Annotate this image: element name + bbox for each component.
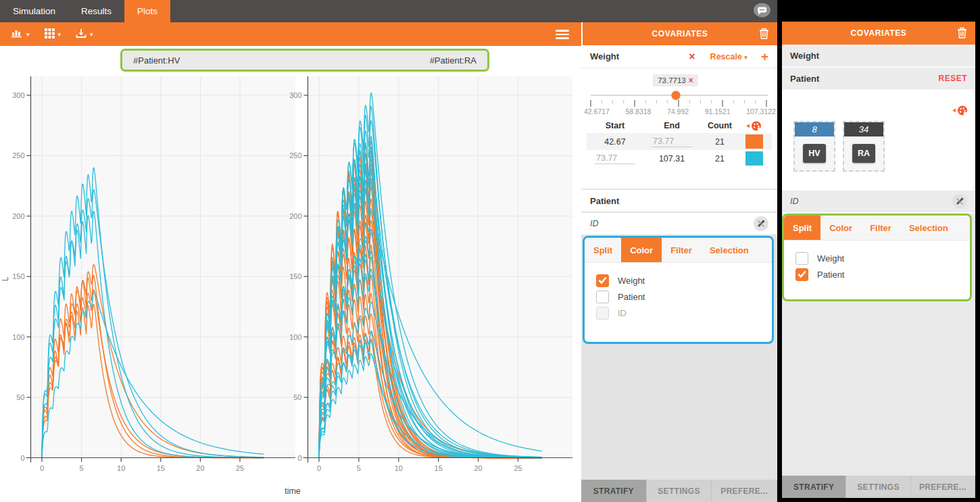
chevron-down-icon: ▾ xyxy=(90,31,93,38)
layout-grid-menu[interactable]: ▾ xyxy=(42,26,64,43)
chevron-down-icon: ▾ xyxy=(744,54,748,61)
end-input[interactable]: 73.77 xyxy=(652,136,692,147)
bottom-tab-prefere[interactable]: PREFERE... xyxy=(911,476,975,498)
bottom-tab-prefere[interactable]: PREFERE... xyxy=(712,480,777,502)
subplot[interactable]: 0510152025050100150200250300 xyxy=(289,76,572,472)
bottom-tab-settings[interactable]: SETTINGS xyxy=(647,480,712,502)
bottom-tab-stratify[interactable]: STRATIFY xyxy=(581,480,647,502)
tab-results[interactable]: Results xyxy=(68,0,124,22)
id-section-header[interactable]: ID xyxy=(782,191,975,214)
y-tick-label: 250 xyxy=(12,151,24,159)
panel-background xyxy=(581,344,777,480)
y-tick-label: 200 xyxy=(12,212,24,220)
id-section-header[interactable]: ID xyxy=(581,211,777,234)
stratify-tab-color[interactable]: Color xyxy=(820,216,861,240)
y-tick-label: 200 xyxy=(289,212,301,220)
end-cell[interactable]: 73.77 xyxy=(643,136,700,147)
start-cell[interactable]: 73.77 xyxy=(587,153,643,164)
x-tick-label: 15 xyxy=(435,464,443,472)
plot-type-menu[interactable]: ▾ xyxy=(8,26,32,43)
y-tick-label: 250 xyxy=(289,151,301,159)
rescale-dropdown[interactable]: Rescale ▾ xyxy=(710,52,748,61)
id-picker-disabled-icon[interactable] xyxy=(754,216,768,231)
table-row: 73.77107.3121 xyxy=(587,150,772,167)
slider-tick-label: 91.1521 xyxy=(705,107,731,116)
group-count-header[interactable]: 8 xyxy=(795,122,834,136)
checkbox-row-patient: Patient xyxy=(795,266,970,282)
plot-title-right: #Patient:RA xyxy=(430,55,476,66)
patient-section-header[interactable]: Patient xyxy=(581,189,777,211)
y-tick-label: 300 xyxy=(12,91,24,99)
add-group-button[interactable]: + xyxy=(761,49,768,64)
count-cell: 21 xyxy=(700,137,739,147)
bottom-tab-settings[interactable]: SETTINGS xyxy=(846,476,910,498)
col-end: End xyxy=(643,121,700,130)
stratify-tab-filter[interactable]: Filter xyxy=(861,216,900,240)
slider-ruler xyxy=(589,99,768,107)
id-checkbox[interactable] xyxy=(596,307,609,320)
covariates-panel: COVARIATES Weight × Rescale ▾ + 73.7713×… xyxy=(581,22,777,502)
stratify-tab-selection[interactable]: Selection xyxy=(701,238,758,262)
chevron-down-icon: ▾ xyxy=(58,31,62,38)
group-color-swatch[interactable] xyxy=(745,134,763,149)
x-tick-label: 10 xyxy=(395,464,403,472)
group-color-swatch[interactable] xyxy=(745,151,763,166)
line-charts[interactable]: 0510152025050100150200250300051015202505… xyxy=(0,46,581,502)
slider-tick-label: 107.3122 xyxy=(746,107,776,116)
group-body: RA xyxy=(844,136,883,170)
group-button-ra[interactable]: RA xyxy=(852,144,875,163)
export-menu[interactable]: ▾ xyxy=(73,26,96,43)
tab-plots[interactable]: Plots xyxy=(124,0,170,22)
checkbox-row-patient: Patient xyxy=(596,288,772,305)
weight-checkbox[interactable] xyxy=(596,274,609,287)
slider-track[interactable] xyxy=(591,95,768,96)
patient-section-header[interactable]: Patient RESET xyxy=(782,68,975,91)
patient-checkbox[interactable] xyxy=(795,268,808,281)
weight-checkbox[interactable] xyxy=(795,252,808,265)
subplot[interactable]: 0510152025050100150200250300 xyxy=(12,76,295,472)
weight-section-header[interactable]: Weight xyxy=(782,45,975,68)
start-cell: 42.67 xyxy=(587,136,643,147)
slider-tick-label: 74.992 xyxy=(667,107,689,116)
stratify-tab-filter[interactable]: Filter xyxy=(662,238,701,262)
swatch-cell xyxy=(739,134,769,149)
covariates-title: COVARIATES xyxy=(851,28,907,38)
stratify-tab-selection[interactable]: Selection xyxy=(900,216,957,240)
trash-icon[interactable] xyxy=(957,27,967,41)
id-label: ID xyxy=(790,197,952,206)
palette-icon[interactable] xyxy=(739,121,769,131)
slider-value: 73.7713 xyxy=(658,76,686,84)
remove-weight-button[interactable]: × xyxy=(689,51,695,63)
plot-canvas-area[interactable]: 0510152025050100150200250300051015202505… xyxy=(0,46,581,502)
swatch-cell xyxy=(739,151,769,166)
y-tick-label: 100 xyxy=(12,333,24,341)
slider-value-tooltip: 73.7713× xyxy=(653,74,698,86)
bottom-tab-stratify[interactable]: STRATIFY xyxy=(782,476,846,498)
group-count-header[interactable]: 34 xyxy=(844,122,883,136)
plot-options-menu-icon[interactable] xyxy=(556,30,569,41)
tab-simulation[interactable]: Simulation xyxy=(0,0,68,22)
slider-tick-labels: 42.671758.831874.99291.1521107.3122 xyxy=(584,107,776,116)
y-tick-label: 0 xyxy=(20,454,24,462)
id-picker-disabled-icon[interactable] xyxy=(952,194,967,209)
patient-checkbox[interactable] xyxy=(596,291,609,303)
feedback-bubble-icon[interactable] xyxy=(753,3,771,19)
reset-button[interactable]: RESET xyxy=(938,74,967,83)
slider-handle[interactable] xyxy=(672,91,681,100)
x-axis-label: time xyxy=(285,486,301,496)
weight-section-header[interactable]: Weight × Rescale ▾ + xyxy=(581,45,777,68)
covariates-header: COVARIATES xyxy=(581,22,777,45)
group-button-hv[interactable]: HV xyxy=(803,144,826,163)
id-label: ID xyxy=(590,219,754,228)
col-start: Start xyxy=(587,121,643,130)
stratify-tab-split[interactable]: Split xyxy=(585,238,621,262)
palette-icon[interactable] xyxy=(952,105,969,118)
start-input[interactable]: 73.77 xyxy=(595,153,635,164)
panel-background xyxy=(782,301,975,476)
patient-label: Patient xyxy=(590,196,768,206)
slider-tick-label: 58.8318 xyxy=(626,107,652,116)
stratify-tab-split[interactable]: Split xyxy=(784,216,820,240)
trash-icon[interactable] xyxy=(759,28,769,41)
stratify-tab-color[interactable]: Color xyxy=(621,238,662,262)
slider-value-remove-button[interactable]: × xyxy=(689,76,693,85)
